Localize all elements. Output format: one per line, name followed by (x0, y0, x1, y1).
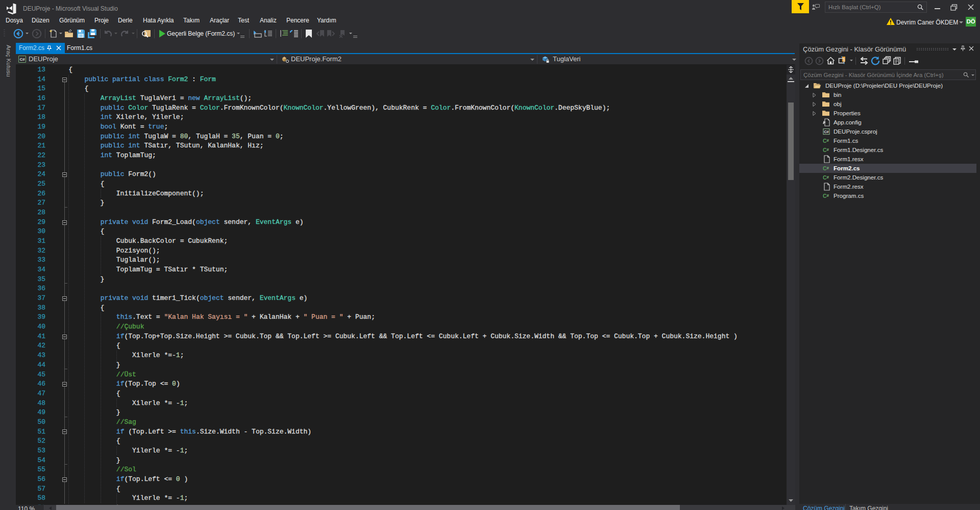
svg-text:#: # (827, 175, 829, 180)
svg-text:#: # (827, 193, 829, 198)
svg-text:#: # (827, 147, 829, 152)
svg-text:C#: C# (824, 130, 829, 134)
svg-text:#: # (827, 138, 829, 143)
svg-text:#: # (827, 166, 829, 170)
